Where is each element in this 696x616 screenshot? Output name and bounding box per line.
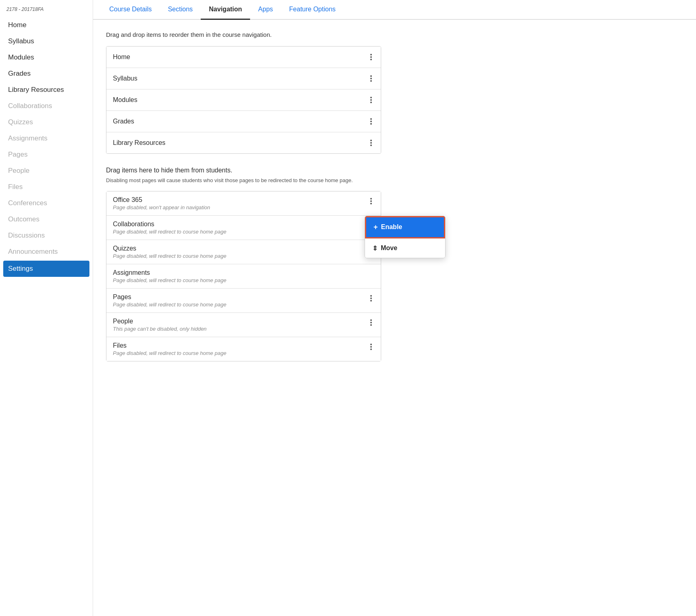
disabled-nav-item: PagesPage disabled, will redirect to cou… <box>106 289 381 313</box>
nav-item-label: Modules <box>113 96 137 104</box>
tab-course-details[interactable]: Course Details <box>101 0 160 20</box>
disabled-item-text: PeopleThis page can't be disabled, only … <box>113 318 207 332</box>
sidebar-item-people[interactable]: People <box>0 163 93 179</box>
sidebar-item-conferences[interactable]: Conferences <box>0 195 93 211</box>
disabled-item-menu-button[interactable] <box>368 342 374 352</box>
enable-label: Enable <box>381 223 402 231</box>
hidden-section: Drag items here to hide them from studen… <box>106 167 683 185</box>
disabled-item-sub: Page disabled, will redirect to course h… <box>113 253 226 259</box>
move-label: Move <box>381 244 397 252</box>
disabled-item-name: Pages <box>113 293 226 301</box>
move-icon: ⇕ <box>372 244 378 252</box>
tab-feature-options[interactable]: Feature Options <box>281 0 344 20</box>
disabled-item-text: FilesPage disabled, will redirect to cou… <box>113 342 226 356</box>
tabs-bar: Course DetailsSectionsNavigationAppsFeat… <box>93 0 696 20</box>
nav-item-menu-button[interactable] <box>368 52 374 62</box>
disabled-item-name: Quizzes <box>113 245 226 252</box>
disabled-nav-item: AssignmentsPage disabled, will redirect … <box>106 264 381 289</box>
disabled-nav-item: PeopleThis page can't be disabled, only … <box>106 313 381 337</box>
sidebar-item-pages[interactable]: Pages <box>0 147 93 163</box>
sidebar-item-quizzes[interactable]: Quizzes <box>0 114 93 130</box>
main-content: Course DetailsSectionsNavigationAppsFeat… <box>93 0 696 616</box>
sidebar-item-assignments[interactable]: Assignments <box>0 130 93 147</box>
disabled-item-menu-button[interactable] <box>368 293 374 303</box>
nav-item-menu-button[interactable] <box>368 74 374 83</box>
sidebar-item-home[interactable]: Home <box>0 17 93 33</box>
disabled-item-sub: This page can't be disabled, only hidden <box>113 326 207 332</box>
sidebar-item-outcomes[interactable]: Outcomes <box>0 211 93 227</box>
nav-item-menu-button[interactable] <box>368 95 374 105</box>
disabled-item-sub: Page disabled, will redirect to course h… <box>113 350 226 356</box>
disabled-item-text: AssignmentsPage disabled, will redirect … <box>113 269 226 283</box>
disabled-item-sub: Page disabled, will redirect to course h… <box>113 277 226 283</box>
sidebar-item-discussions[interactable]: Discussions <box>0 227 93 244</box>
sidebar-item-grades[interactable]: Grades <box>0 66 93 82</box>
disabled-item-text: PagesPage disabled, will redirect to cou… <box>113 293 226 308</box>
sidebar-item-files[interactable]: Files <box>0 179 93 195</box>
disabled-item-sub: Page disabled, will redirect to course h… <box>113 302 226 308</box>
enable-button[interactable]: +Enable <box>365 216 445 238</box>
nav-item-label: Library Resources <box>113 139 166 147</box>
disabled-item-sub: Page disabled, will redirect to course h… <box>113 229 226 235</box>
disabled-nav-item: Office 365Page disabled, won't appear in… <box>106 191 381 216</box>
enabled-nav-item: Grades <box>106 111 381 132</box>
sidebar-item-announcements[interactable]: Announcements <box>0 244 93 260</box>
disabled-item-name: Assignments <box>113 269 226 276</box>
disabled-item-menu-button[interactable] <box>368 318 374 327</box>
sidebar-item-modules[interactable]: Modules <box>0 49 93 66</box>
disabled-item-name: Office 365 <box>113 196 210 204</box>
hidden-section-title: Drag items here to hide them from studen… <box>106 167 683 174</box>
disabled-item-text: CollaborationsPage disabled, will redire… <box>113 221 226 235</box>
nav-item-menu-button[interactable] <box>368 117 374 126</box>
move-button[interactable]: ⇕Move <box>365 238 445 258</box>
course-id: 2178 - 201718FA <box>0 6 93 17</box>
disabled-nav-item: CollaborationsPage disabled, will redire… <box>106 216 381 240</box>
content-area: Drag and drop items to reorder them in t… <box>93 20 696 373</box>
enabled-nav-list: HomeSyllabusModulesGradesLibrary Resourc… <box>106 46 381 154</box>
disabled-nav-item: FilesPage disabled, will redirect to cou… <box>106 337 381 361</box>
disabled-item-text: QuizzesPage disabled, will redirect to c… <box>113 245 226 259</box>
tab-sections[interactable]: Sections <box>160 0 201 20</box>
nav-item-menu-button[interactable] <box>368 138 374 148</box>
hidden-section-desc: Disabling most pages will cause students… <box>106 176 683 185</box>
sidebar-item-library-resources[interactable]: Library Resources <box>0 82 93 98</box>
sidebar-item-settings[interactable]: Settings <box>3 261 89 277</box>
sidebar-item-collaborations[interactable]: Collaborations <box>0 98 93 114</box>
dropdown-popup: +Enable⇕Move <box>365 216 446 258</box>
enabled-nav-item: Modules <box>106 89 381 111</box>
disabled-item-name: Collaborations <box>113 221 226 228</box>
tab-apps[interactable]: Apps <box>250 0 281 20</box>
nav-item-label: Grades <box>113 118 134 125</box>
nav-item-label: Home <box>113 53 130 61</box>
disabled-item-text: Office 365Page disabled, won't appear in… <box>113 196 210 210</box>
sidebar-item-syllabus[interactable]: Syllabus <box>0 33 93 49</box>
disabled-nav-list: Office 365Page disabled, won't appear in… <box>106 191 381 361</box>
disabled-nav-item: QuizzesPage disabled, will redirect to c… <box>106 240 381 264</box>
disabled-item-name: People <box>113 318 207 325</box>
tab-navigation[interactable]: Navigation <box>201 0 250 20</box>
enabled-nav-item: Syllabus <box>106 68 381 89</box>
disabled-item-sub: Page disabled, won't appear in navigatio… <box>113 204 210 210</box>
enabled-nav-item: Home <box>106 47 381 68</box>
sidebar: 2178 - 201718FA HomeSyllabusModulesGrade… <box>0 0 93 616</box>
enabled-nav-item: Library Resources <box>106 132 381 153</box>
dropdown-caret <box>365 220 365 227</box>
disabled-item-name: Files <box>113 342 226 349</box>
plus-icon: + <box>373 223 378 232</box>
dropdown-caret-inner <box>365 221 365 226</box>
disabled-item-menu-button[interactable] <box>368 196 374 206</box>
instructions-text: Drag and drop items to reorder them in t… <box>106 31 683 38</box>
nav-item-label: Syllabus <box>113 75 137 82</box>
